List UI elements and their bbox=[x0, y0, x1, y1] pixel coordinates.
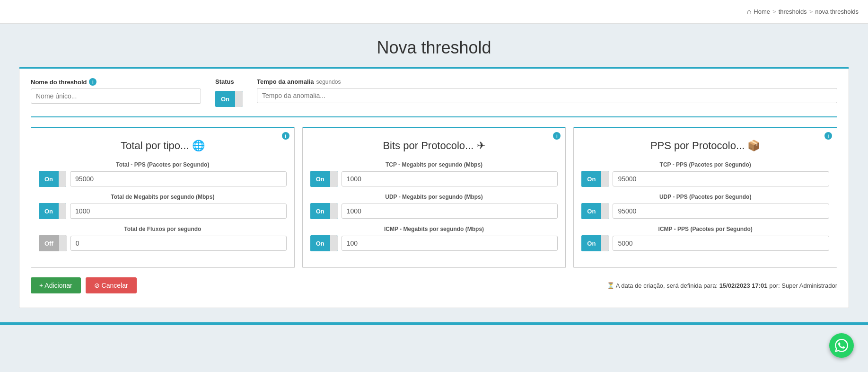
bits-row-1-controls: On bbox=[310, 203, 558, 219]
pps-row-1-label: UDP - PPS (Pacotes por Segundo) bbox=[581, 194, 829, 200]
total-row-2: Total de Fluxos por segundo Off bbox=[39, 226, 287, 251]
pps-input-1[interactable] bbox=[613, 204, 829, 219]
whatsapp-fab[interactable] bbox=[829, 333, 854, 358]
status-label: Status bbox=[215, 78, 243, 85]
status-toggle[interactable]: On bbox=[215, 91, 243, 107]
pps-row-2: ICMP - PPS (Pacotes por Segundo) On bbox=[581, 226, 829, 251]
pps-row-1-controls: On bbox=[581, 203, 829, 219]
total-row-0: Total - PPS (Pacotes por Segundo) On bbox=[39, 161, 287, 187]
bits-toggle-1[interactable]: On bbox=[310, 203, 338, 219]
panel-pps-info-icon[interactable]: i bbox=[824, 132, 832, 140]
add-button[interactable]: + Adicionar bbox=[31, 277, 81, 293]
name-field-group: Nome do threshold i bbox=[31, 78, 201, 104]
pps-toggle-1-slider bbox=[601, 203, 609, 219]
total-toggle-1-label: On bbox=[39, 203, 59, 219]
bits-row-0-controls: On bbox=[310, 171, 558, 187]
bottom-bar bbox=[0, 322, 868, 325]
pps-toggle-2[interactable]: On bbox=[581, 235, 609, 251]
top-fields: Nome do threshold i Status On Tempo da a… bbox=[31, 78, 837, 117]
pps-row-0: TCP - PPS (Pacotes por Segundo) On bbox=[581, 161, 829, 187]
bits-toggle-0[interactable]: On bbox=[310, 171, 338, 187]
bits-input-2[interactable] bbox=[342, 236, 558, 251]
pps-toggle-1-label: On bbox=[581, 203, 601, 219]
total-row-0-label: Total - PPS (Pacotes por Segundo) bbox=[39, 161, 287, 168]
bits-row-1-label: UDP - Megabits por segundo (Mbps) bbox=[310, 194, 558, 200]
footer-row: + Adicionar ⊘ Cancelar ⏳ A data de criaç… bbox=[31, 277, 837, 293]
bits-toggle-0-label: On bbox=[310, 171, 330, 187]
total-row-1: Total de Megabits por segundo (Mbps) On bbox=[39, 194, 287, 219]
panels-row: i Total por tipo... 🌐 Total - PPS (Pacot… bbox=[31, 127, 837, 268]
main-container: Nome do threshold i Status On Tempo da a… bbox=[19, 67, 849, 308]
bits-row-2: ICMP - Megabits por segundo (Mbps) On bbox=[310, 226, 558, 251]
panel-pps: i PPS por Protocolo... 📦 TCP - PPS (Paco… bbox=[573, 127, 837, 268]
page-title-area: Nova threshold bbox=[0, 24, 868, 67]
bits-row-2-controls: On bbox=[310, 235, 558, 251]
bits-toggle-1-slider bbox=[330, 203, 338, 219]
status-toggle-label: On bbox=[215, 91, 235, 107]
anomalia-input[interactable] bbox=[257, 88, 837, 103]
total-input-0[interactable] bbox=[70, 171, 287, 186]
total-toggle-0[interactable]: On bbox=[39, 171, 66, 187]
panel-total-title: Total por tipo... 🌐 bbox=[39, 136, 287, 152]
total-toggle-2-label: Off bbox=[39, 235, 59, 251]
pps-toggle-2-label: On bbox=[581, 235, 601, 251]
bits-row-0-label: TCP - Megabits por segundo (Mbps) bbox=[310, 161, 558, 168]
status-toggle-slider bbox=[235, 91, 243, 107]
bits-input-0[interactable] bbox=[342, 171, 558, 186]
panel-pps-title: PPS por Protocolo... 📦 bbox=[581, 136, 829, 152]
total-row-1-controls: On bbox=[39, 203, 287, 219]
name-label: Nome do threshold i bbox=[31, 78, 201, 86]
breadcrumb-home[interactable]: Home bbox=[754, 8, 770, 15]
panel-bits-info-icon[interactable]: i bbox=[553, 132, 561, 140]
bits-toggle-2-label: On bbox=[310, 235, 330, 251]
pps-toggle-2-slider bbox=[601, 235, 609, 251]
bits-toggle-2[interactable]: On bbox=[310, 235, 338, 251]
breadcrumb-sep1: > bbox=[772, 8, 776, 15]
pps-row-0-label: TCP - PPS (Pacotes por Segundo) bbox=[581, 161, 829, 168]
panel-total: i Total por tipo... 🌐 Total - PPS (Pacot… bbox=[31, 127, 295, 268]
total-row-1-label: Total de Megabits por segundo (Mbps) bbox=[39, 194, 287, 200]
total-input-2[interactable] bbox=[70, 236, 287, 251]
creation-info: ⏳ A data de criação, será definida para:… bbox=[607, 282, 837, 289]
total-toggle-0-label: On bbox=[39, 171, 59, 187]
pps-toggle-1[interactable]: On bbox=[581, 203, 609, 219]
pps-input-0[interactable] bbox=[613, 171, 829, 186]
total-toggle-2-slider bbox=[59, 235, 67, 251]
pps-toggle-0[interactable]: On bbox=[581, 171, 609, 187]
total-input-1[interactable] bbox=[70, 204, 287, 219]
cancel-button[interactable]: ⊘ Cancelar bbox=[86, 277, 137, 293]
name-info-icon[interactable]: i bbox=[89, 78, 96, 86]
pps-input-2[interactable] bbox=[613, 236, 829, 251]
panel-bits: i Bits por Protocolo... ✈ TCP - Megabits… bbox=[302, 127, 566, 268]
total-row-2-controls: Off bbox=[39, 235, 287, 251]
bits-toggle-0-slider bbox=[330, 171, 338, 187]
total-toggle-0-slider bbox=[59, 171, 66, 187]
name-input[interactable] bbox=[31, 89, 201, 104]
breadcrumb-current: nova thresholds bbox=[815, 8, 859, 15]
total-toggle-1-slider bbox=[59, 203, 66, 219]
home-icon: ⌂ bbox=[747, 8, 752, 16]
total-row-2-label: Total de Fluxos por segundo bbox=[39, 226, 287, 232]
action-buttons: + Adicionar ⊘ Cancelar bbox=[31, 277, 137, 293]
pps-toggle-0-label: On bbox=[581, 171, 601, 187]
bits-toggle-1-label: On bbox=[310, 203, 330, 219]
top-bar: ⌂ Home > thresholds > nova thresholds bbox=[0, 0, 868, 24]
total-toggle-1[interactable]: On bbox=[39, 203, 66, 219]
bits-row-1: UDP - Megabits por segundo (Mbps) On bbox=[310, 194, 558, 219]
page-title: Nova threshold bbox=[0, 38, 868, 58]
breadcrumb: ⌂ Home > thresholds > nova thresholds bbox=[747, 8, 859, 16]
breadcrumb-thresholds[interactable]: thresholds bbox=[779, 8, 807, 15]
panel-bits-title: Bits por Protocolo... ✈ bbox=[310, 136, 558, 152]
bits-input-1[interactable] bbox=[342, 204, 558, 219]
pps-row-2-label: ICMP - PPS (Pacotes por Segundo) bbox=[581, 226, 829, 232]
pps-row-1: UDP - PPS (Pacotes por Segundo) On bbox=[581, 194, 829, 219]
total-toggle-2[interactable]: Off bbox=[39, 235, 67, 251]
anomalia-label: Tempo da anomalia segundos bbox=[257, 78, 837, 85]
status-field-group: Status On bbox=[215, 78, 243, 107]
anomalia-field-group: Tempo da anomalia segundos bbox=[257, 78, 837, 103]
pps-row-2-controls: On bbox=[581, 235, 829, 251]
bits-row-0: TCP - Megabits por segundo (Mbps) On bbox=[310, 161, 558, 187]
pps-toggle-0-slider bbox=[601, 171, 609, 187]
total-row-0-controls: On bbox=[39, 171, 287, 187]
panel-total-info-icon[interactable]: i bbox=[282, 132, 289, 140]
